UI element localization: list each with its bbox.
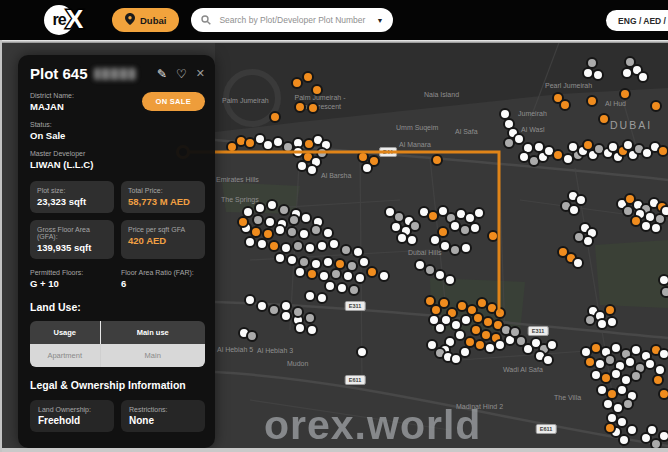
plot-marker[interactable] [444, 274, 456, 286]
favorite-heart-icon[interactable]: ♡ [176, 68, 187, 80]
search-dropdown-caret-icon[interactable]: ▼ [376, 17, 383, 24]
plot-marker[interactable] [473, 207, 485, 219]
plot-marker[interactable] [630, 370, 642, 382]
plot-marker[interactable] [348, 284, 360, 296]
plot-marker[interactable] [658, 274, 668, 286]
plot-marker[interactable] [646, 424, 658, 436]
plot-marker[interactable] [487, 230, 499, 242]
plot-marker[interactable] [307, 102, 319, 114]
plot-marker[interactable] [311, 84, 323, 96]
plot-marker[interactable] [622, 398, 634, 410]
plot-marker[interactable] [354, 272, 366, 284]
plot-marker[interactable] [246, 330, 258, 342]
plot-marker[interactable] [618, 434, 630, 446]
plot-marker[interactable] [274, 224, 286, 236]
edit-icon[interactable]: ✎ [157, 68, 167, 80]
plot-marker[interactable] [306, 268, 318, 280]
plot-marker[interactable] [336, 282, 348, 294]
plot-marker[interactable] [658, 430, 668, 442]
plot-marker[interactable] [278, 204, 290, 216]
plot-marker[interactable] [546, 339, 558, 351]
plot-marker[interactable] [294, 322, 306, 334]
plot-marker[interactable] [306, 164, 318, 176]
plot-marker[interactable] [409, 220, 421, 232]
plot-marker[interactable] [606, 316, 618, 328]
plot-marker[interactable] [573, 231, 585, 243]
plot-marker[interactable] [572, 257, 584, 269]
plot-marker[interactable] [406, 234, 418, 246]
plot-marker[interactable] [302, 71, 314, 83]
plot-marker[interactable] [256, 300, 268, 312]
plot-marker[interactable] [300, 212, 312, 224]
plot-marker[interactable] [361, 162, 373, 174]
plot-marker[interactable] [342, 270, 354, 282]
plot-marker[interactable] [650, 100, 662, 112]
plot-marker[interactable] [378, 270, 390, 282]
plot-marker[interactable] [650, 222, 662, 234]
plot-marker[interactable] [584, 314, 596, 326]
plot-marker[interactable] [559, 99, 571, 111]
plot-marker[interactable] [626, 424, 638, 436]
plot-marker[interactable] [286, 226, 298, 238]
plot-marker[interactable] [298, 228, 310, 240]
plot-marker[interactable] [269, 111, 281, 123]
search-bar[interactable]: ▼ [191, 8, 393, 32]
plot-marker[interactable] [294, 266, 306, 278]
plot-marker[interactable] [304, 312, 316, 324]
close-icon[interactable]: ✕ [196, 68, 205, 79]
search-input[interactable] [217, 14, 370, 26]
plot-marker[interactable] [316, 147, 328, 159]
plot-marker[interactable] [244, 294, 256, 306]
plot-marker[interactable] [340, 244, 352, 256]
plot-marker[interactable] [254, 202, 266, 214]
plot-marker[interactable] [291, 77, 303, 89]
plot-marker[interactable] [330, 268, 342, 280]
plot-marker[interactable] [266, 199, 278, 211]
plot-marker[interactable] [568, 204, 580, 216]
rex-logo[interactable]: re X [44, 4, 100, 36]
plot-marker[interactable] [542, 354, 554, 366]
plot-marker[interactable] [328, 238, 340, 250]
plot-marker[interactable] [460, 242, 472, 254]
plot-marker[interactable] [324, 280, 336, 292]
plot-marker[interactable] [660, 205, 668, 217]
plot-marker[interactable] [430, 304, 442, 316]
plot-marker[interactable] [658, 388, 668, 400]
plot-marker[interactable] [658, 348, 668, 360]
plot-marker[interactable] [244, 236, 256, 248]
plot-marker[interactable] [268, 304, 280, 316]
plot-marker[interactable] [316, 292, 328, 304]
plot-marker[interactable] [431, 154, 443, 166]
plot-marker[interactable] [310, 224, 322, 236]
plot-marker[interactable] [619, 88, 631, 100]
plot-marker[interactable] [268, 240, 280, 252]
plot-marker[interactable] [469, 222, 481, 234]
plot-marker[interactable] [316, 240, 328, 252]
plot-marker[interactable] [280, 300, 292, 312]
plot-marker[interactable] [657, 145, 668, 157]
plot-marker[interactable] [660, 286, 668, 298]
plot-marker[interactable] [288, 214, 300, 226]
plot-marker[interactable] [604, 304, 616, 316]
plot-marker[interactable] [356, 346, 368, 358]
plot-marker[interactable] [304, 290, 316, 302]
plot-marker[interactable] [586, 95, 598, 107]
plot-marker[interactable] [450, 353, 462, 365]
plot-marker[interactable] [286, 254, 298, 266]
locale-settings-pill[interactable]: ENG / AED / S [606, 10, 668, 31]
plot-marker[interactable] [292, 306, 304, 318]
plot-marker[interactable] [292, 240, 304, 252]
plot-marker[interactable] [494, 307, 506, 319]
plot-marker[interactable] [294, 101, 306, 113]
plot-marker[interactable] [598, 113, 610, 125]
plot-marker[interactable] [304, 242, 316, 254]
plot-marker[interactable] [306, 324, 318, 336]
plot-marker[interactable] [604, 422, 616, 434]
plot-marker[interactable] [256, 238, 268, 250]
plot-marker[interactable] [322, 256, 334, 268]
plot-marker[interactable] [252, 214, 264, 226]
plot-marker[interactable] [637, 71, 649, 83]
plot-marker[interactable] [366, 266, 378, 278]
city-selector-pill[interactable]: Dubai [112, 8, 179, 32]
plot-marker[interactable] [652, 374, 664, 386]
